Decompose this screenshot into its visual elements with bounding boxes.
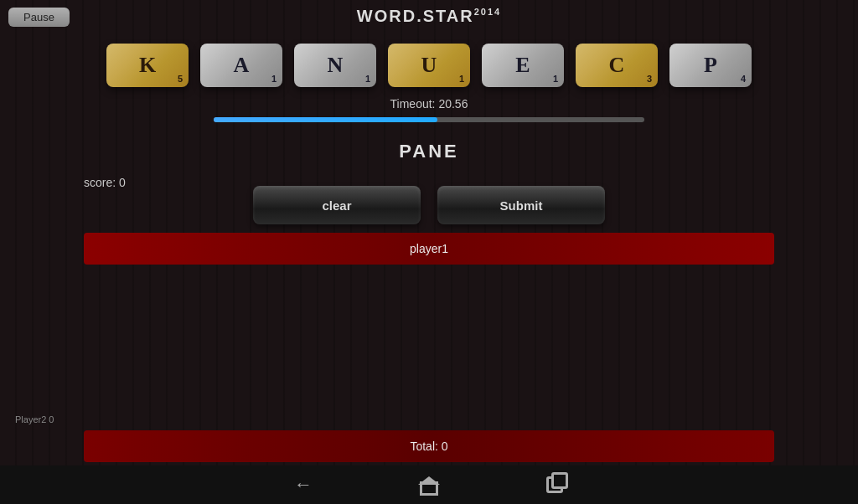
tile-letter: E: [515, 53, 530, 78]
tile-letter: C: [609, 53, 625, 78]
nav-recent-button[interactable]: [542, 472, 567, 497]
tile-letter: A: [234, 53, 250, 78]
tile-k[interactable]: K 5: [106, 44, 189, 87]
tile-letter: P: [704, 53, 717, 78]
tile-score: 5: [178, 74, 183, 84]
home-icon: [420, 476, 438, 493]
word-text: PANE: [399, 141, 459, 162]
tiles-row: K 5 A 1 N 1 U 1 E 1 C 3 P 4: [0, 44, 858, 87]
tile-p[interactable]: P 4: [669, 44, 752, 87]
tile-n[interactable]: N 1: [294, 44, 376, 87]
tile-letter: K: [139, 53, 156, 78]
timeout-display: Timeout: 20.56: [0, 97, 858, 111]
tile-c[interactable]: C 3: [576, 44, 658, 87]
tile-u[interactable]: U 1: [388, 44, 470, 87]
timeout-value: Timeout: 20.56: [390, 97, 468, 111]
player2-text: Player2 0: [15, 414, 54, 424]
total-bar: Total: 0: [84, 430, 774, 462]
nav-home-button[interactable]: [416, 472, 442, 497]
tile-score: 1: [271, 74, 277, 84]
tile-score: 1: [365, 74, 370, 84]
player2-score: Player2 0: [15, 414, 54, 424]
total-value: Total: 0: [410, 440, 447, 453]
tile-score: 4: [741, 74, 746, 84]
title-year: 2014: [474, 7, 501, 17]
progress-bar-container: [214, 117, 644, 122]
bottom-nav: ←: [0, 465, 858, 504]
current-word: PANE: [0, 141, 858, 162]
tile-a[interactable]: A 1: [200, 44, 282, 87]
player1-label: player1: [410, 242, 448, 255]
tile-letter: U: [421, 53, 437, 78]
clear-button[interactable]: clear: [253, 186, 421, 224]
tile-score: 1: [553, 74, 558, 84]
app-title: WORD.STAR2014: [0, 7, 858, 26]
player1-bar: player1: [84, 233, 774, 265]
submit-button[interactable]: Submit: [437, 186, 605, 224]
progress-fill: [214, 117, 437, 122]
tile-e[interactable]: E 1: [482, 44, 564, 87]
tile-letter: N: [328, 53, 344, 78]
back-icon: ←: [294, 474, 313, 496]
title-text: WORD.STAR: [357, 7, 474, 25]
recent-icon: [546, 476, 563, 493]
nav-back-button[interactable]: ←: [291, 472, 316, 497]
tile-score: 3: [647, 74, 652, 84]
tile-score: 1: [459, 74, 464, 84]
action-buttons: clear Submit: [0, 186, 858, 224]
